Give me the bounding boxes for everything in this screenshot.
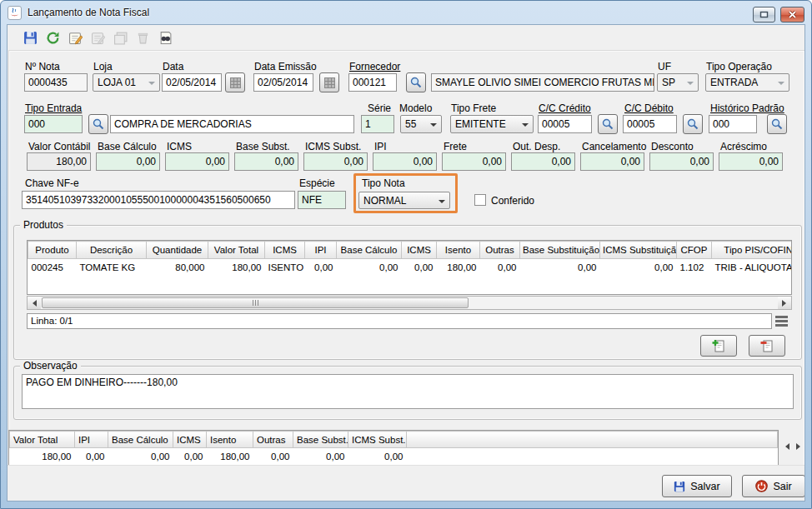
tipo-entrada-search-button[interactable] <box>88 114 108 134</box>
col-tipo-pis-cofins[interactable]: Tipo PIS/COFINS <box>712 242 793 259</box>
col-icms2[interactable]: ICMS <box>402 242 437 259</box>
base-calculo-field[interactable]: 0,00 <box>96 152 160 171</box>
cc-credito-link-label[interactable]: C/C Crédito <box>539 103 591 114</box>
tipo-operacao-select[interactable]: ENTRADA <box>705 73 789 92</box>
data-field[interactable]: 02/05/2014 <box>162 73 222 92</box>
data-emissao-field[interactable]: 02/05/2014 <box>253 73 313 92</box>
totais-scroll-arrows[interactable] <box>784 443 805 450</box>
loja-select[interactable]: LOJA 01 <box>93 73 160 92</box>
titlebar[interactable]: Lançamento de Nota Fiscal <box>1 1 811 24</box>
col-descricao[interactable]: Descrição <box>77 242 147 259</box>
tot-filler <box>407 448 778 465</box>
arrow-right-icon[interactable] <box>796 443 804 450</box>
tot-icms-subst: 0,00 <box>348 448 407 465</box>
save-icon <box>674 481 685 492</box>
scroll-right-button[interactable] <box>778 297 791 309</box>
historico-padrao-search-button[interactable] <box>767 114 787 134</box>
frete-field[interactable]: 0,00 <box>442 152 506 171</box>
close-button[interactable] <box>780 7 804 22</box>
cell-icms[interactable]: ISENTO <box>265 259 305 276</box>
fornecedor-search-button[interactable] <box>406 72 426 92</box>
add-item-button[interactable] <box>700 335 737 357</box>
col-ipi[interactable]: IPI <box>305 242 337 259</box>
col-produto[interactable]: Produto <box>28 242 77 259</box>
cell-base-calculo[interactable]: 0,00 <box>337 259 402 276</box>
cell-icms2[interactable]: 0,00 <box>402 259 437 276</box>
cell-quantidade[interactable]: 80,000 <box>147 259 208 276</box>
cell-base-substituicao[interactable]: 0,00 <box>520 259 600 276</box>
fornecedor-link-label[interactable]: Fornecedor <box>349 62 400 72</box>
cell-produto[interactable]: 000245 <box>28 259 77 276</box>
col-cfop[interactable]: CFOP <box>677 242 712 259</box>
cell-isento[interactable]: 180,00 <box>437 259 480 276</box>
col-outras[interactable]: Outras <box>480 242 520 259</box>
historico-padrao-link-label[interactable]: Histórico Padrão <box>710 103 784 114</box>
icms-field[interactable]: 0,00 <box>165 152 229 171</box>
col-quantidade[interactable]: Quantidade <box>147 242 208 259</box>
restore-button[interactable] <box>753 7 775 22</box>
col-icms-substituicao[interactable]: ICMS Substituição <box>600 242 677 259</box>
sair-button[interactable]: Sair <box>742 475 805 497</box>
col-base-calculo[interactable]: Base Cálculo <box>337 242 402 259</box>
toolbar-refresh-button[interactable] <box>43 28 62 47</box>
uf-value: SP <box>662 77 675 88</box>
tipo-frete-select[interactable]: EMITENTE <box>450 115 534 133</box>
desconto-field[interactable]: 0,00 <box>649 152 714 171</box>
data-emissao-calendar-button[interactable] <box>319 72 339 92</box>
tot-col-isento: Isento <box>207 432 253 448</box>
serie-field[interactable]: 1 <box>361 115 394 133</box>
produto-row[interactable]: 000245 TOMATE KG 80,000 180,00 ISENTO 0,… <box>28 259 793 276</box>
cc-credito-field[interactable]: 00005 <box>538 115 592 133</box>
scrollbar-thumb[interactable] <box>42 297 469 308</box>
cancelamento-field[interactable]: 0,00 <box>580 152 644 171</box>
col-base-substituicao[interactable]: Base Substituição <box>520 242 600 259</box>
cc-debito-search-button[interactable] <box>683 114 703 134</box>
historico-padrao-field[interactable]: 000 <box>709 115 757 133</box>
tot-base-calculo: 0,00 <box>108 448 173 465</box>
tot-valor-total: 180,00 <box>10 448 75 465</box>
toolbar-search-button[interactable] <box>156 28 174 47</box>
data-calendar-button[interactable] <box>225 72 245 92</box>
cell-descricao[interactable]: TOMATE KG <box>77 259 147 276</box>
tipo-nota-select[interactable]: NORMAL <box>358 192 450 209</box>
col-valor-total[interactable]: Valor Total <box>208 242 265 259</box>
loja-value: LOJA 01 <box>98 77 136 88</box>
n-nota-field[interactable]: 0000435 <box>24 73 88 92</box>
fornecedor-code-field[interactable]: 000121 <box>348 73 397 92</box>
scroll-left-button[interactable] <box>28 297 41 309</box>
cc-debito-field[interactable]: 00005 <box>623 115 677 133</box>
cell-cfop[interactable]: 1.102 <box>677 259 712 276</box>
toolbar-save-button[interactable] <box>21 28 39 47</box>
cell-ipi[interactable]: 0,00 <box>305 259 337 276</box>
observacao-textarea[interactable]: PAGO EM DINHEIRO-------180,00 <box>22 374 794 409</box>
salvar-button[interactable]: Salvar <box>662 475 732 497</box>
chave-nfe-field[interactable]: 3514051039733200010555001000000435156050… <box>22 191 295 209</box>
especie-field[interactable]: NFE <box>298 191 346 209</box>
uf-select[interactable]: SP <box>657 73 699 92</box>
cc-credito-search-button[interactable] <box>598 114 618 134</box>
acrescimo-field[interactable]: 0,00 <box>719 152 783 171</box>
conferido-checkbox[interactable] <box>474 194 486 206</box>
remove-item-button[interactable] <box>749 335 785 357</box>
cell-outras[interactable]: 0,00 <box>480 259 520 276</box>
col-isento[interactable]: Isento <box>437 242 480 259</box>
icms-label: ICMS <box>167 142 192 152</box>
out-desp-field[interactable]: 0,00 <box>511 152 575 171</box>
tipo-operacao-value: ENTRADA <box>710 77 758 88</box>
modelo-select[interactable]: 55 <box>400 115 442 133</box>
menu-icon[interactable] <box>775 316 788 327</box>
arrow-left-icon[interactable] <box>782 443 789 450</box>
tipo-entrada-link-label[interactable]: Tipo Entrada <box>25 103 82 114</box>
col-icms[interactable]: ICMS <box>265 242 305 259</box>
ipi-field[interactable]: 0,00 <box>373 152 437 171</box>
cell-tipo-pis-cofins[interactable]: TRIB - ALIQUOTA ZE <box>712 259 793 276</box>
icms-subst-field[interactable]: 0,00 <box>303 152 368 171</box>
toolbar-edit-button[interactable] <box>66 28 84 47</box>
cc-debito-link-label[interactable]: C/C Débito <box>624 103 674 114</box>
cell-icms-substituicao[interactable]: 0,00 <box>600 259 677 276</box>
tipo-entrada-field[interactable]: 000 <box>24 115 83 133</box>
base-subst-field[interactable]: 0,00 <box>234 152 298 171</box>
tipo-entrada-descricao-field[interactable]: COMPRA DE MERCADORIAS <box>110 115 354 133</box>
cell-valor-total[interactable]: 180,00 <box>208 259 265 276</box>
produtos-hscrollbar[interactable] <box>27 296 792 310</box>
